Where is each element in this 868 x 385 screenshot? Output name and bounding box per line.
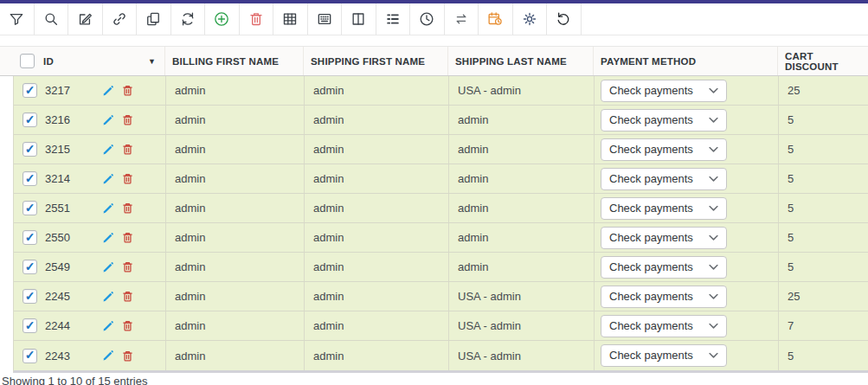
toolbar-clock-button[interactable] [410,3,445,35]
billing-first-name-cell: admin [166,282,305,311]
payment-method-select[interactable]: Check payments [601,168,727,190]
row-checkbox[interactable] [23,201,37,215]
header-cell-shipping-first-name[interactable]: SHIPPING FIRST NAME [304,47,448,75]
toolbar-list-button[interactable] [376,3,411,35]
row-checkbox[interactable] [23,112,37,127]
toolbar-delete-button[interactable] [240,3,274,35]
table-row: 2243 admin admin USA - admin Check payme… [14,341,868,370]
shipping-first-name-cell: admin [305,253,449,281]
delete-row-trash-icon[interactable] [121,260,134,273]
row-checkbox[interactable] [23,142,37,157]
edit-row-pencil-icon[interactable] [101,113,115,127]
payment-method-select[interactable]: Check payments [601,344,727,367]
row-id: 2245 [45,290,70,303]
duplicate-icon [145,10,162,28]
row-id-cell: 2551 [14,194,166,222]
payment-method-cell: Check payments [595,253,779,281]
edit-row-pencil-icon[interactable] [101,172,115,186]
row-checkbox[interactable] [23,83,37,98]
edit-row-pencil-icon[interactable] [101,260,115,274]
payment-method-select[interactable]: Check payments [601,227,727,249]
toolbar-table-button[interactable] [273,3,308,35]
row-id: 3214 [45,172,70,185]
toolbar-search-button[interactable] [35,3,69,35]
delete-row-trash-icon[interactable] [121,113,134,126]
payment-method-select[interactable]: Check payments [601,138,727,161]
row-id-cell: 3216 [14,106,166,134]
payment-method-cell: Check payments [595,223,779,252]
toolbar-link-button[interactable] [103,3,138,35]
toolbar-refresh-button[interactable] [171,3,206,35]
payment-method-select[interactable]: Check payments [601,109,727,132]
table-row: 2550 admin admin admin Check payments 5 [14,223,868,253]
toolbar-edit-button[interactable] [68,3,103,35]
edit-row-pencil-icon[interactable] [101,290,115,304]
row-actions [101,113,157,127]
toolbar-add-button[interactable] [205,3,240,35]
delete-row-trash-icon[interactable] [121,290,134,303]
row-checkbox[interactable] [23,260,37,274]
shipping-first-name-cell: admin [305,164,449,193]
delete-row-trash-icon[interactable] [121,319,134,332]
toolbar-filter-button[interactable] [0,3,35,35]
shipping-last-name-cell: USA - admin [449,341,595,370]
toolbar-columns-button[interactable] [342,3,376,35]
billing-first-name-cell: admin [166,194,305,222]
search-icon [42,10,60,28]
edit-row-pencil-icon[interactable] [101,143,115,157]
select-all-checkbox[interactable] [20,54,35,68]
header-cell-cart-discount[interactable]: CART DISCOUNT [778,47,868,75]
header-cell-payment-method[interactable]: PAYMENT METHOD [594,47,778,75]
table-body: 3217 admin admin USA - admin Check payme… [13,76,868,373]
toolbar-keyboard-button[interactable] [308,3,343,35]
edit-row-pencil-icon[interactable] [101,231,115,245]
header-cell-billing-first-name[interactable]: BILLING FIRST NAME [165,47,304,75]
delete-row-trash-icon[interactable] [121,84,134,97]
shipping-last-name-cell: admin [449,223,595,252]
delete-row-trash-icon[interactable] [121,172,134,185]
billing-first-name-cell: admin [166,135,305,164]
payment-method-select[interactable]: Check payments [601,256,727,279]
billing-first-name-cell: admin [166,253,305,281]
row-checkbox[interactable] [23,289,37,304]
toolbar-duplicate-button[interactable] [137,3,171,35]
edit-row-pencil-icon[interactable] [101,202,115,215]
delete-icon [248,10,265,28]
billing-first-name-cell: admin [166,106,305,134]
payment-method-select[interactable]: Check payments [601,286,727,308]
header-cell-id[interactable]: ID ▼ [13,47,165,75]
row-checkbox[interactable] [23,318,37,333]
orders-table: ID ▼ BILLING FIRST NAME SHIPPING FIRST N… [0,46,868,373]
row-checkbox[interactable] [23,171,37,186]
swap-arrows-icon [453,10,470,28]
payment-method-select[interactable]: Check payments [601,315,727,337]
shipping-last-name-cell: admin [449,164,595,193]
shipping-last-name-cell: USA - admin [449,311,595,340]
payment-method-select[interactable]: Check payments [601,197,727,220]
payment-method-select[interactable]: Check payments [601,80,727,102]
payment-method-cell: Check payments [595,135,779,164]
row-checkbox[interactable] [23,349,37,363]
toolbar-rotate-ccw-button[interactable] [547,3,582,35]
edit-row-pencil-icon[interactable] [101,349,115,363]
table-row: 3217 admin admin USA - admin Check payme… [14,76,868,106]
toolbar-calendar-clock-button[interactable] [479,3,513,35]
delete-row-trash-icon[interactable] [121,143,134,156]
delete-row-trash-icon[interactable] [121,202,134,215]
table-icon [281,10,299,28]
delete-row-trash-icon[interactable] [121,350,134,363]
row-actions [101,202,157,215]
row-actions [101,143,157,157]
row-actions [101,349,157,363]
delete-row-trash-icon[interactable] [121,231,134,244]
edit-row-pencil-icon[interactable] [101,84,115,98]
row-checkbox[interactable] [23,230,37,245]
toolbar-gear-button[interactable] [513,3,548,35]
toolbar-swap-arrows-button[interactable] [445,3,479,35]
row-id: 2243 [45,350,70,363]
table-header-row: ID ▼ BILLING FIRST NAME SHIPPING FIRST N… [0,46,868,76]
sort-desc-icon[interactable]: ▼ [148,57,158,66]
header-cell-shipping-last-name[interactable]: SHIPPING LAST NAME [448,47,594,75]
edit-row-pencil-icon[interactable] [101,319,115,333]
table-row: 2549 admin admin admin Check payments 5 [14,253,868,282]
